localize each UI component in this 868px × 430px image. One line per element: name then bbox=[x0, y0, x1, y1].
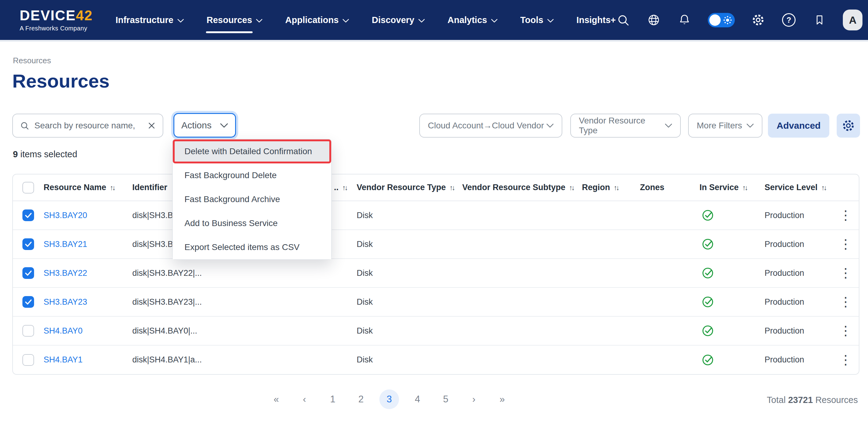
filter-cloud-account-cloud-vendor[interactable]: Cloud Account→Cloud Vendor bbox=[419, 114, 562, 138]
hidden-column-cell-cell bbox=[326, 259, 356, 287]
vendor-resource-subtype-text-cell bbox=[462, 259, 582, 287]
row-checkbox[interactable] bbox=[22, 296, 34, 308]
sort-icon[interactable]: ↑↓ bbox=[110, 184, 115, 192]
row-actions-kebab-icon[interactable]: ⋮ bbox=[839, 323, 852, 338]
settings-gear-icon[interactable] bbox=[751, 12, 766, 27]
menu-item-export-selected-items-as-csv[interactable]: Export Selected items as CSV bbox=[173, 235, 331, 259]
in-service-cell bbox=[700, 287, 765, 316]
column-header-zones[interactable]: Zones bbox=[640, 174, 700, 201]
globe-icon[interactable] bbox=[646, 12, 661, 27]
service-level-text: Production bbox=[765, 268, 804, 278]
menu-item-delete-with-detailed-confirmation[interactable]: Delete with Detailed Confirmation bbox=[173, 139, 331, 163]
search-icon[interactable] bbox=[616, 12, 630, 27]
sort-icon[interactable]: ↑↓ bbox=[742, 184, 747, 192]
clear-search-icon[interactable] bbox=[147, 121, 156, 130]
service-level-cell: Production bbox=[765, 230, 832, 259]
vendor-resource-type-text-cell: Disk bbox=[356, 259, 462, 287]
pagination-page-5[interactable]: 5 bbox=[432, 388, 460, 411]
user-avatar[interactable]: A bbox=[843, 9, 863, 30]
row-actions-kebab-icon[interactable]: ⋮ bbox=[839, 294, 852, 309]
sort-icon[interactable]: ↑↓ bbox=[569, 184, 574, 192]
pagination-page-1[interactable]: 1 bbox=[319, 388, 347, 411]
nav-item-insights[interactable]: Insights+ bbox=[577, 15, 616, 25]
column-header-vendor-resource-subtype[interactable]: Vendor Resource Subtype↑↓ bbox=[462, 174, 582, 201]
menu-item-fast-background-delete[interactable]: Fast Background Delete bbox=[173, 163, 331, 188]
sort-icon[interactable]: ↑↓ bbox=[614, 184, 618, 192]
pagination-last[interactable]: » bbox=[488, 388, 516, 411]
pagination-page-3[interactable]: 3 bbox=[375, 388, 403, 411]
resource-name-link[interactable]: SH3.BAY20 bbox=[43, 211, 87, 220]
notifications-bell-icon[interactable] bbox=[677, 12, 692, 27]
vendor-resource-subtype-text-cell bbox=[462, 201, 582, 230]
row-checkbox[interactable] bbox=[22, 354, 34, 366]
actions-button[interactable]: Actions bbox=[174, 113, 236, 138]
identifier-text-cell: disk|SH3.BAY23|... bbox=[132, 287, 326, 316]
service-level-cell: Production bbox=[765, 287, 832, 316]
row-checkbox[interactable] bbox=[22, 267, 34, 279]
column-header-region[interactable]: Region↑↓ bbox=[582, 174, 640, 201]
row-actions-kebab-icon[interactable]: ⋮ bbox=[839, 266, 852, 280]
row-checkbox[interactable] bbox=[22, 325, 34, 337]
selected-label: items selected bbox=[20, 149, 77, 159]
identifier-text-cell: disk|SH4.BAY0|... bbox=[132, 316, 326, 345]
identifier-text: disk|SH3.BAY23|... bbox=[132, 297, 202, 307]
pagination-page-1-label: 1 bbox=[330, 394, 335, 405]
select-all-checkbox[interactable] bbox=[22, 182, 34, 194]
table-settings-gear-icon[interactable] bbox=[837, 114, 860, 138]
menu-item-fast-background-archive[interactable]: Fast Background Archive bbox=[173, 188, 331, 211]
help-question-glyph: ? bbox=[782, 13, 796, 27]
pagination-first[interactable]: « bbox=[262, 388, 290, 411]
pagination-page-2[interactable]: 2 bbox=[347, 388, 375, 411]
resource-name-link[interactable]: SH3.BAY21 bbox=[43, 239, 87, 249]
column-header-service-level[interactable]: Service Level↑↓ bbox=[765, 174, 832, 201]
zones-text-cell bbox=[640, 201, 700, 230]
filter-vendor-resource-type[interactable]: Vendor Resource Type bbox=[570, 114, 681, 138]
navbar-right-icons: ? A bbox=[616, 9, 863, 30]
nav-item-resources[interactable]: Resources bbox=[207, 15, 262, 25]
pagination-page-4[interactable]: 4 bbox=[403, 388, 432, 411]
sort-icon[interactable]: ↑↓ bbox=[342, 184, 347, 192]
service-level-cell: Production bbox=[765, 316, 832, 345]
chevron-down-icon bbox=[665, 123, 672, 128]
chevron-down-icon bbox=[547, 19, 554, 23]
resource-name-link[interactable]: SH3.BAY23 bbox=[43, 297, 87, 307]
nav-item-discovery[interactable]: Discovery bbox=[372, 15, 425, 25]
column-header-vendor-resource-type[interactable]: Vendor Resource Type↑↓ bbox=[356, 174, 462, 201]
bookmark-icon[interactable] bbox=[812, 12, 827, 27]
row-actions-kebab-icon[interactable]: ⋮ bbox=[839, 353, 852, 367]
nav-item-applications[interactable]: Applications bbox=[285, 15, 349, 25]
theme-toggle[interactable] bbox=[708, 13, 735, 27]
device42-logo[interactable]: DEVICE42 A Freshworks Company bbox=[20, 8, 93, 32]
resource-name-link[interactable]: SH3.BAY22 bbox=[43, 268, 87, 278]
row-actions-kebab-icon[interactable]: ⋮ bbox=[839, 237, 852, 251]
nav-item-label: Applications bbox=[285, 15, 339, 25]
menu-item-add-to-business-service[interactable]: Add to Business Service bbox=[173, 211, 331, 235]
resource-name-cell: SH3.BAY23 bbox=[43, 287, 132, 316]
breadcrumb[interactable]: Resources bbox=[13, 56, 51, 65]
nav-item-label: Tools bbox=[520, 15, 543, 25]
menu-item-label: Delete with Detailed Confirmation bbox=[184, 146, 312, 156]
nav-item-tools[interactable]: Tools bbox=[520, 15, 554, 25]
help-icon[interactable]: ? bbox=[781, 12, 796, 27]
nav-item-analytics[interactable]: Analytics bbox=[447, 15, 498, 25]
row-actions-kebab-icon[interactable]: ⋮ bbox=[839, 208, 852, 222]
column-header-resource-name[interactable]: Resource Name↑↓ bbox=[43, 174, 132, 201]
row-checkbox[interactable] bbox=[22, 209, 34, 221]
row-checkbox[interactable] bbox=[22, 238, 34, 250]
hidden-column-cell-cell bbox=[326, 316, 356, 345]
in-service-cell bbox=[700, 345, 765, 374]
pagination-prev[interactable]: ‹ bbox=[290, 388, 319, 411]
nav-item-infrastructure[interactable]: Infrastructure bbox=[115, 15, 184, 25]
search-input[interactable] bbox=[34, 121, 143, 131]
resource-name-link[interactable]: SH4.BAY1 bbox=[43, 355, 83, 364]
sort-icon[interactable]: ↑↓ bbox=[822, 184, 826, 192]
pagination-next[interactable]: › bbox=[460, 388, 488, 411]
resource-name-link[interactable]: SH4.BAY0 bbox=[43, 326, 83, 335]
column-header-in-service[interactable]: In Service↑↓ bbox=[700, 174, 765, 201]
filter-more-filters[interactable]: More Filters bbox=[688, 114, 763, 138]
sort-icon[interactable]: ↑↓ bbox=[450, 184, 454, 192]
advanced-button[interactable]: Advanced bbox=[768, 114, 829, 138]
table-row: SH3.BAY21disk|SH3.BAY21|...DiskProductio… bbox=[13, 230, 859, 259]
total-prefix: Total bbox=[767, 395, 785, 405]
selection-status: 9 items selected bbox=[13, 149, 78, 160]
